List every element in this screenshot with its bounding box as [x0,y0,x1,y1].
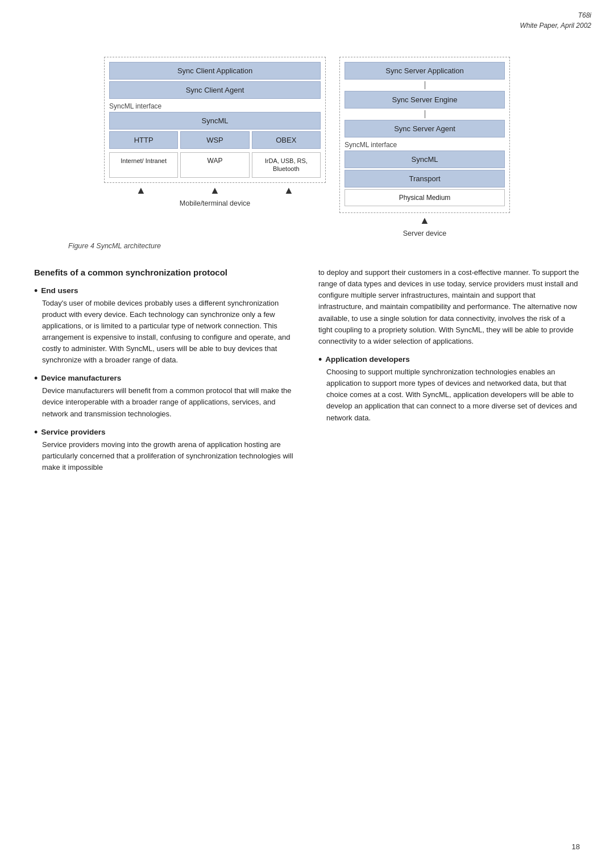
left-column: Benefits of a common synchronization pro… [34,267,296,481]
figure-caption: Figure 4 SyncML architecture [34,242,580,250]
protocol-blocks: HTTP WSP OBEX [109,131,321,151]
bullet-row-4: • Application developers [318,355,580,365]
diagram-section: Sync Client Application Sync Client Agen… [34,57,580,250]
server-dashed-box: Sync Server Application Sync Server Engi… [339,57,510,213]
sync-server-engine-block: Sync Server Engine [345,91,505,108]
http-block: HTTP [109,131,178,149]
bullet-body-3: Service providers moving into the growth… [42,439,296,473]
arrow3: ▲ [284,185,294,197]
bullet-dot-1: • [34,286,38,296]
right-column: to deploy and support their customers in… [318,267,580,481]
bullet-heading-3: Service providers [41,428,105,436]
bullet-body-2: Device manufacturers will benefit from a… [42,385,296,419]
sync-client-agent-block: Sync Client Agent [109,81,321,99]
vline2 [425,110,425,118]
bullet-body-4: Choosing to support multiple synchroniza… [326,366,580,424]
section-title: Benefits of a common synchronization pro… [34,267,296,278]
bullet-dot-2: • [34,373,38,383]
obex-block: OBEX [252,131,321,149]
arrow1: ▲ [136,185,146,197]
irda-block: IrDA, USB, RS, Bluetooth [252,152,321,178]
header-line2: White Paper, April 2002 [520,20,591,31]
physical-medium-block: Physical Medium [345,189,505,206]
bullet-heading-1: End users [41,286,78,295]
bullet-body-1: Today's user of mobile devices probably … [42,298,296,366]
bullet-dot-3: • [34,427,38,437]
bullet-row-3: • Service providers [34,428,296,437]
arrow2: ▲ [210,185,220,197]
wap-block: WAP [180,152,249,178]
server-device-label: Server device [339,229,510,237]
bullet-device-manufacturers: • Device manufacturers Device manufactur… [34,374,296,419]
transport-block: Transport [345,170,505,187]
right-para-1: to deploy and support their customers in… [318,267,580,347]
wsp-block: WSP [180,131,249,149]
right-arrow: ▲ [420,215,430,226]
bullet-end-users: • End users Today's user of mobile devic… [34,286,296,366]
header-line1: T68i [520,10,591,20]
right-panel: Sync Server Application Sync Server Engi… [339,57,510,237]
left-syncml-interface-label: SyncML interface [109,101,321,112]
vline1 [425,81,425,89]
page-number: 18 [572,842,580,851]
main-content: Benefits of a common synchronization pro… [34,267,580,481]
medium-blocks: Internet/ Intranet WAP IrDA, USB, RS, Bl… [109,152,321,178]
page-header: T68i White Paper, April 2002 [520,10,591,31]
syncml-diagram: Sync Client Application Sync Client Agen… [34,57,580,237]
left-arrows: ▲ ▲ ▲ [104,185,326,197]
bullet-dot-4: • [318,354,322,365]
client-dashed-box: Sync Client Application Sync Client Agen… [104,57,326,183]
bullet-service-providers: • Service providers Service providers mo… [34,428,296,473]
left-panel: Sync Client Application Sync Client Agen… [104,57,326,207]
bullet-row-2: • Device manufacturers [34,374,296,383]
right-syncml-block: SyncML [345,151,505,168]
left-syncml-block: SyncML [109,112,321,130]
bullet-heading-4: Application developers [325,355,410,364]
sync-server-agent-block: Sync Server Agent [345,120,505,137]
bullet-row-1: • End users [34,286,296,296]
right-arrow-row: ▲ [339,215,510,227]
bullet-app-developers: • Application developers Choosing to sup… [318,355,580,424]
right-syncml-interface-label: SyncML interface [345,139,505,151]
sync-server-app-block: Sync Server Application [345,62,505,80]
bullet-heading-2: Device manufacturers [41,374,121,382]
mobile-device-label: Mobile/terminal device [104,199,326,207]
internet-block: Internet/ Intranet [109,152,178,178]
sync-client-app-block: Sync Client Application [109,62,321,80]
